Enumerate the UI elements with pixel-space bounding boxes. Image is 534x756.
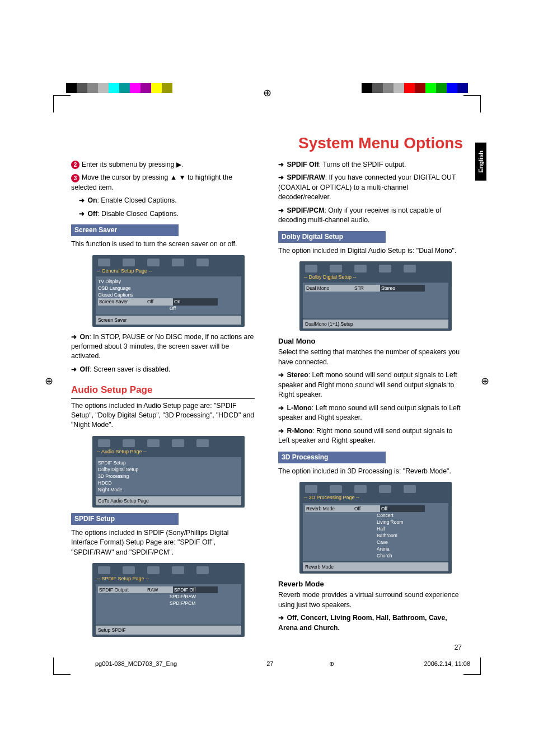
osd-option: SPDIF/RAW <box>98 593 239 600</box>
osd-title: -- 3D Processing Page -- <box>304 494 448 501</box>
osd-icon-row <box>303 485 448 494</box>
osd-audio-setup: -- Audio Setup Page -- SPDIF Setup Dolby… <box>92 436 245 508</box>
printer-marks-bottom: pg001-038_MCD703_37_Eng 27 ⊕ 2006.2.14, … <box>0 658 534 692</box>
printer-marks-top: ⊕ <box>0 0 534 101</box>
osd-icon-row <box>96 439 241 448</box>
spdif-setup-body: The options included in SPDIF (Sony/Phil… <box>71 528 255 557</box>
osd-option: SPDIF/PCM <box>98 600 239 607</box>
reverb-body: Reverb mode provides a virtual surround … <box>278 590 462 610</box>
osd-footer: DualMono (1+1) Setup <box>303 320 448 328</box>
osd-item-selected: Screen Saver Off On <box>98 299 239 306</box>
osd-option: Concert <box>305 512 446 519</box>
3d-processing-heading: 3D Processing <box>278 452 386 463</box>
reverb-options-line: ➜ Off, Concert, Living Room, Hall, Bathr… <box>278 613 462 633</box>
osd-item-selected: Reverb Mode Off Off <box>305 505 446 512</box>
osd-option: Cave <box>305 539 446 546</box>
audio-setup-heading: Audio Setup Page <box>71 383 255 398</box>
audio-setup-body: The options included in Audio Setup page… <box>71 401 255 430</box>
osd-item: Night Mode <box>98 486 239 493</box>
osd-item: Closed Captions <box>98 292 239 299</box>
osd-option: Arena <box>305 546 446 552</box>
osd-item: SPDIF Setup <box>98 459 239 466</box>
osd-icon-row <box>96 259 241 267</box>
osd-item-selected: SPDIF Output RAW SPDIF Off <box>98 586 239 593</box>
ss-on-line: ➜ On: In STOP, PAUSE or No DISC mode, if… <box>71 332 255 361</box>
language-tab: English <box>475 143 486 181</box>
osd-option: Bathroom <box>305 532 446 539</box>
footer-doc-id: pg001-038_MCD703_37_Eng <box>95 660 177 668</box>
osd-item: 3D Processing <box>98 473 239 480</box>
screen-saver-heading: Screen Saver <box>71 224 179 236</box>
page-content: System Menu Options English 2Enter its s… <box>71 101 463 658</box>
on-line: ➜ On: Enable Closed Captions. <box>71 196 255 205</box>
osd-footer: Setup SPDIF <box>96 626 241 635</box>
step-number-3-icon: 3 <box>71 174 79 182</box>
left-column: 2Enter its submenu by pressing ▶. 3Move … <box>71 160 255 652</box>
page-title: System Menu Options <box>71 134 463 152</box>
osd-option: Living Room <box>305 519 446 525</box>
osd-item: HDCD <box>98 480 239 486</box>
osd-icon-row <box>96 566 241 575</box>
osd-item-selected: Dual Mono STR Stereo <box>305 285 446 292</box>
off-line: ➜ Off: Disable Closed Captions. <box>71 209 255 219</box>
osd-3d-processing: -- 3D Processing Page -- Reverb Mode Off… <box>299 482 452 574</box>
crop-mark <box>463 658 481 675</box>
step-number-2-icon: 2 <box>71 161 79 169</box>
osd-icon-row <box>303 265 448 274</box>
3d-processing-body: The option included in 3D Processing is:… <box>278 467 462 476</box>
registration-mark-left: ⊕ <box>45 375 53 387</box>
osd-title: -- SPDIF Setup Page -- <box>97 575 241 583</box>
osd-option: Hall <box>305 525 446 532</box>
dolby-heading: Dolby Digital Setup <box>278 231 386 243</box>
osd-item: OSD Language <box>98 285 239 292</box>
step-3: 3Move the cursor by pressing ▲ ▼ to high… <box>71 173 255 192</box>
osd-title: -- Dolby Digital Setup -- <box>304 274 448 281</box>
page-number: 27 <box>278 643 462 652</box>
crop-mark <box>463 95 481 112</box>
dual-mono-body: Select the setting that matches the numb… <box>278 348 462 367</box>
spdif-setup-heading: SPDIF Setup <box>71 513 179 525</box>
osd-item: Dolby Digital Setup <box>98 466 239 473</box>
osd-option: Church <box>305 552 446 559</box>
spdif-raw-line: ➜ SPDIF/RAW: If you have connected your … <box>278 173 462 202</box>
right-column: ➜ SPDIF Off: Turns off the SPDIF output.… <box>278 160 462 652</box>
dolby-body: The option included in Digital Audio Set… <box>278 246 462 256</box>
osd-dolby-setup: -- Dolby Digital Setup -- Dual Mono STR … <box>299 261 452 331</box>
crop-mark <box>53 658 71 675</box>
registration-mark-bottom: ⊕ <box>329 660 334 668</box>
spdif-off-line: ➜ SPDIF Off: Turns off the SPDIF output. <box>278 160 462 170</box>
osd-general-setup: -- General Setup Page -- TV Display OSD … <box>92 255 245 327</box>
osd-footer: GoTo Audio Setup Page <box>96 496 241 505</box>
color-bar-right <box>362 83 468 93</box>
osd-footer: Screen Saver <box>96 316 241 325</box>
reverb-heading: Reverb Mode <box>278 579 462 589</box>
rmono-line: ➜ R-Mono: Right mono sound will send out… <box>278 426 462 446</box>
spdif-pcm-line: ➜ SPDIF/PCM: Only if your receiver is no… <box>278 206 462 226</box>
ss-off-line: ➜ Off: Screen saver is disabled. <box>71 365 255 374</box>
osd-title: -- General Setup Page -- <box>97 267 241 275</box>
registration-mark-right: ⊕ <box>481 375 489 387</box>
footer-info: pg001-038_MCD703_37_Eng 27 ⊕ 2006.2.14, … <box>0 658 534 668</box>
osd-footer: Reverb Mode <box>303 562 448 571</box>
registration-mark-top: ⊕ <box>263 87 271 99</box>
lmono-line: ➜ L-Mono: Left mono sound will send outp… <box>278 403 462 423</box>
osd-title: -- Audio Setup Page -- <box>97 448 241 456</box>
dual-mono-heading: Dual Mono <box>278 336 462 346</box>
crop-mark <box>53 95 71 112</box>
osd-spdif-setup: -- SPDIF Setup Page -- SPDIF Output RAW … <box>92 563 245 637</box>
stereo-line: ➜ Stereo: Left mono sound will send outp… <box>278 370 462 400</box>
footer-page: 27 <box>266 660 273 668</box>
color-bar-left <box>66 83 172 93</box>
osd-option: Off <box>98 306 239 312</box>
osd-item: TV Display <box>98 279 239 285</box>
screen-saver-body: This function is used to turn the screen… <box>71 240 255 249</box>
step-2: 2Enter its submenu by pressing ▶. <box>71 160 255 170</box>
